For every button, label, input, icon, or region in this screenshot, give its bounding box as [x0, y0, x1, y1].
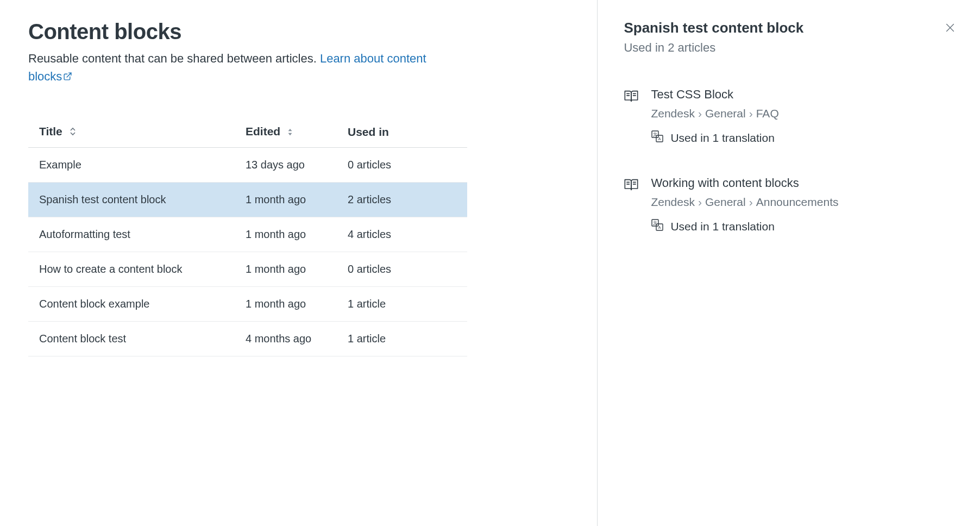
page-subtitle: Reusable content that can be shared betw…: [28, 49, 452, 86]
translation-icon: 文A: [651, 130, 664, 146]
translation-row: 文AUsed in 1 translation: [651, 218, 958, 234]
svg-text:文: 文: [653, 221, 657, 226]
breadcrumb: Zendesk›General›FAQ: [651, 107, 958, 120]
cell-edited: 13 days ago: [235, 148, 337, 183]
sort-icon: [287, 126, 293, 139]
detail-subtitle: Used in 2 articles: [624, 41, 803, 55]
svg-marker-2: [288, 133, 292, 135]
breadcrumb-segment[interactable]: General: [705, 196, 746, 208]
col-edited[interactable]: Edited: [235, 116, 337, 148]
svg-text:A: A: [658, 226, 661, 229]
svg-text:文: 文: [653, 132, 657, 137]
svg-marker-1: [288, 129, 292, 131]
main-panel: Content blocks Reusable content that can…: [0, 0, 598, 526]
breadcrumb: Zendesk›General›Announcements: [651, 196, 958, 209]
cell-used_in: 1 article: [337, 287, 467, 322]
book-icon: [624, 177, 639, 195]
cell-title: Autoformatting test: [28, 217, 235, 252]
cell-edited: 4 months ago: [235, 322, 337, 356]
col-used-in[interactable]: Used in: [337, 116, 467, 148]
cell-used_in: 4 articles: [337, 217, 467, 252]
close-icon: [944, 27, 956, 35]
cell-edited: 1 month ago: [235, 183, 337, 217]
breadcrumb-segment[interactable]: Zendesk: [651, 107, 695, 120]
cell-used_in: 0 articles: [337, 148, 467, 183]
cell-title: Example: [28, 148, 235, 183]
content-blocks-table: Title Edited Used in: [28, 116, 467, 356]
article-title: Working with content blocks: [651, 176, 958, 190]
article-item[interactable]: Test CSS BlockZendesk›General›FAQ文AUsed …: [624, 87, 958, 146]
detail-title: Spanish test content block: [624, 20, 803, 36]
translation-text: Used in 1 translation: [670, 132, 774, 145]
page-title: Content blocks: [28, 20, 597, 44]
table-row[interactable]: Example13 days ago0 articles: [28, 148, 467, 183]
detail-panel: Spanish test content block Used in 2 art…: [598, 0, 980, 526]
chevron-right-icon: ›: [698, 107, 702, 120]
cell-edited: 1 month ago: [235, 252, 337, 287]
cell-title: How to create a content block: [28, 252, 235, 287]
cell-used_in: 1 article: [337, 322, 467, 356]
article-item[interactable]: Working with content blocksZendesk›Gener…: [624, 176, 958, 234]
cell-edited: 1 month ago: [235, 287, 337, 322]
cell-used_in: 0 articles: [337, 252, 467, 287]
cell-title: Spanish test content block: [28, 183, 235, 217]
article-body: Test CSS BlockZendesk›General›FAQ文AUsed …: [651, 87, 958, 146]
col-title[interactable]: Title: [28, 116, 235, 148]
table-row[interactable]: Spanish test content block1 month ago2 a…: [28, 183, 467, 217]
cell-used_in: 2 articles: [337, 183, 467, 217]
translation-icon: 文A: [651, 218, 664, 234]
article-title: Test CSS Block: [651, 87, 958, 102]
cell-title: Content block test: [28, 322, 235, 356]
breadcrumb-segment[interactable]: FAQ: [756, 107, 779, 120]
close-button[interactable]: [942, 20, 958, 37]
article-body: Working with content blocksZendesk›Gener…: [651, 176, 958, 234]
svg-text:A: A: [658, 137, 661, 141]
page-subtitle-text: Reusable content that can be shared betw…: [28, 52, 320, 65]
table-row[interactable]: Content block test4 months ago1 article: [28, 322, 467, 356]
svg-line-0: [67, 73, 71, 77]
translation-row: 文AUsed in 1 translation: [651, 130, 958, 146]
chevron-right-icon: ›: [749, 107, 753, 120]
table-row[interactable]: Autoformatting test1 month ago4 articles: [28, 217, 467, 252]
book-icon: [624, 89, 639, 107]
breadcrumb-segment[interactable]: Announcements: [756, 196, 839, 208]
breadcrumb-segment[interactable]: Zendesk: [651, 196, 695, 208]
chevron-right-icon: ›: [749, 196, 753, 208]
chevron-right-icon: ›: [698, 196, 702, 208]
table-row[interactable]: How to create a content block1 month ago…: [28, 252, 467, 287]
sort-asc-icon: [69, 126, 77, 139]
external-link-icon: [63, 68, 72, 86]
cell-edited: 1 month ago: [235, 217, 337, 252]
translation-text: Used in 1 translation: [670, 220, 774, 233]
breadcrumb-segment[interactable]: General: [705, 107, 746, 120]
cell-title: Content block example: [28, 287, 235, 322]
table-row[interactable]: Content block example1 month ago1 articl…: [28, 287, 467, 322]
